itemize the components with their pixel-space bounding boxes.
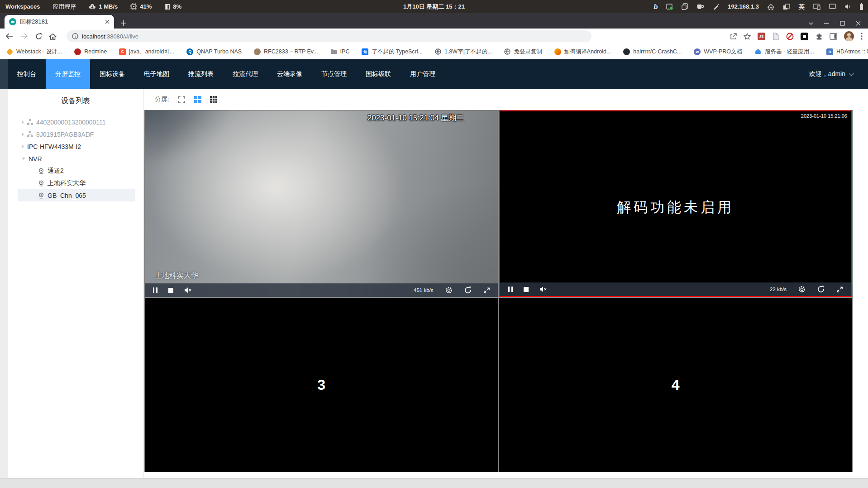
stop-button[interactable] — [168, 288, 173, 293]
tree-item-ipc[interactable]: IPC-HFW4433M-I2 — [18, 140, 135, 153]
nav-pull-proxy[interactable]: 拉流代理 — [223, 59, 267, 89]
js-extension-icon[interactable]: JS — [758, 33, 765, 40]
ip-address[interactable]: 192.168.1.3 — [728, 3, 759, 10]
forward-button[interactable] — [20, 33, 28, 39]
network-speed-indicator[interactable]: 1 MB/s — [89, 3, 118, 10]
bookmark-hdatmos[interactable]: HHDAtmos :: 种子 *... — [826, 48, 868, 56]
nav-gb-cascade[interactable]: 国标级联 — [356, 59, 401, 89]
nav-node-manage[interactable]: 节点管理 — [312, 59, 356, 89]
applications-menu[interactable]: 应用程序 — [52, 3, 76, 11]
video-cell-1[interactable]: 2023-01-10 15:21:04 星期二 上地科实大华 451 kb/s — [145, 110, 498, 297]
browser-tab[interactable]: 国标28181 — [5, 15, 114, 29]
bookmark-github[interactable]: hairrrrr/C-CrashC... — [623, 48, 682, 55]
tab-close-icon[interactable] — [105, 19, 110, 24]
home-tray-icon[interactable] — [768, 4, 774, 10]
nav-push-list[interactable]: 推流列表 — [179, 59, 223, 89]
grid-2x2-button[interactable] — [194, 96, 201, 103]
bookmark-qnap[interactable]: QQNAP Turbo NAS — [186, 48, 242, 55]
tree-item-shangdi[interactable]: 上地科实大华 — [18, 177, 135, 189]
caret-right-icon[interactable] — [22, 120, 24, 124]
tree-item-gb-chn-065[interactable]: GB_Chn_065 — [18, 189, 135, 201]
bookmark-copy-nologin[interactable]: 免登录复制 — [504, 48, 542, 56]
bookmark-cloud-server[interactable]: 服务器 - 轻量应用... — [754, 48, 814, 56]
dark-extension-icon[interactable] — [801, 33, 808, 40]
blocker-extension-icon[interactable] — [786, 33, 794, 40]
battery-tray-icon[interactable] — [859, 3, 863, 10]
video-cell-2[interactable]: 2023-01-10 15:21:06 解码功能未启用 22 kb/s — [499, 110, 853, 297]
tree-item-platform-1[interactable]: 44020000013200000111 — [18, 116, 135, 128]
doc-extension-icon[interactable] — [772, 33, 779, 40]
refresh-icon[interactable] — [817, 286, 825, 293]
nav-gb-devices[interactable]: 国标设备 — [90, 59, 134, 89]
nav-split-monitor[interactable]: 分屏监控 — [46, 59, 90, 89]
pen-tray-icon[interactable] — [713, 4, 719, 10]
tree-item-platform-2[interactable]: 8J01915PAGB3ADF — [18, 128, 135, 140]
phonelink-tray-icon[interactable] — [813, 4, 820, 10]
fullscreen-button[interactable] — [178, 96, 186, 104]
bing-tray-icon[interactable]: b — [653, 3, 658, 10]
extensions-puzzle-icon[interactable] — [815, 33, 823, 40]
side-panel-icon[interactable] — [830, 33, 837, 40]
stop-button[interactable] — [524, 287, 529, 292]
minimize-button[interactable] — [824, 23, 829, 24]
nav-console[interactable]: 控制台 — [8, 59, 46, 89]
browser-menu-icon[interactable] — [861, 33, 863, 40]
bookmark-ts-article[interactable]: 1.8W字|了不起的... — [435, 48, 492, 56]
bookmark-csdn[interactable]: Cjava、android可... — [119, 48, 174, 56]
refresh-icon[interactable] — [464, 287, 472, 294]
coffee-tray-icon[interactable] — [696, 4, 704, 10]
new-tab-button[interactable] — [120, 20, 127, 26]
globe-icon — [435, 48, 441, 55]
caret-right-icon[interactable] — [22, 133, 24, 136]
nav-gutter — [0, 59, 8, 89]
reload-button[interactable] — [35, 33, 42, 40]
address-bar[interactable]: localhost:38080/#/live — [67, 30, 591, 42]
back-button[interactable] — [5, 33, 13, 39]
memory-indicator[interactable]: 8% — [164, 3, 181, 10]
cpu-indicator[interactable]: 41% — [130, 3, 152, 10]
nav-cloud-record[interactable]: 云端录像 — [267, 59, 312, 89]
settings-gear-icon[interactable] — [798, 286, 806, 293]
share-icon[interactable] — [730, 33, 737, 40]
user-menu[interactable]: 欢迎，admin — [809, 59, 868, 89]
nav-map[interactable]: 电子地图 — [134, 59, 179, 89]
bookmark-star-icon[interactable] — [744, 33, 751, 40]
profile-avatar[interactable] — [844, 31, 854, 41]
bookmark-rfc2833[interactable]: RFC2833 – RTP Ev... — [254, 48, 318, 55]
bookmark-redmine[interactable]: Redmine — [74, 48, 107, 55]
device-name: IPC-HFW4433M-I2 — [27, 143, 81, 150]
video-cell-3[interactable]: 3 — [145, 298, 498, 472]
mute-icon[interactable] — [539, 286, 548, 292]
pause-button[interactable] — [153, 287, 157, 293]
grid-3x3-button[interactable] — [210, 96, 217, 103]
volume-tray-icon[interactable] — [844, 4, 851, 10]
bookmark-android-build[interactable]: 如何编译Android... — [554, 48, 611, 56]
tab-search-icon[interactable] — [809, 22, 813, 25]
workspaces-button[interactable]: Workspaces — [5, 3, 40, 10]
nav-user-manage[interactable]: 用户管理 — [401, 59, 445, 89]
caret-down-icon[interactable] — [22, 158, 25, 160]
tree-item-channel2[interactable]: 通道2 — [18, 165, 135, 177]
video-cell-4[interactable]: 4 — [499, 298, 853, 472]
close-window-button[interactable] — [856, 21, 861, 26]
mute-icon[interactable] — [184, 287, 192, 293]
bookmark-ipc-folder[interactable]: IPC — [330, 48, 350, 55]
workspaces-tray-icon[interactable] — [783, 4, 790, 10]
caret-right-icon[interactable] — [22, 145, 24, 148]
home-button[interactable] — [49, 33, 57, 40]
maximize-button[interactable] — [840, 21, 845, 26]
settings-gear-icon[interactable] — [445, 287, 453, 294]
pause-button[interactable] — [508, 287, 513, 292]
clipboard-tray-icon[interactable] — [682, 3, 688, 10]
tree-item-nvr[interactable]: NVR — [18, 153, 135, 165]
ime-indicator[interactable]: 英 — [799, 3, 805, 11]
site-info-icon[interactable] — [72, 33, 78, 39]
bookmark-wvp-doc[interactable]: WWVP-PRO文档 — [694, 48, 742, 56]
expand-icon[interactable] — [836, 286, 843, 293]
system-top-bar: Workspaces 应用程序 1 MB/s 41% 8% 1月10日 星期二 … — [0, 0, 868, 13]
recorder-tray-icon[interactable] — [666, 4, 673, 10]
bookmark-webstack[interactable]: Webstack - 设计... — [6, 48, 62, 56]
bookmark-zhihu-ts[interactable]: 知了不起的 TypeScri... — [362, 48, 423, 56]
display-tray-icon[interactable] — [829, 4, 836, 10]
expand-icon[interactable] — [483, 287, 490, 294]
